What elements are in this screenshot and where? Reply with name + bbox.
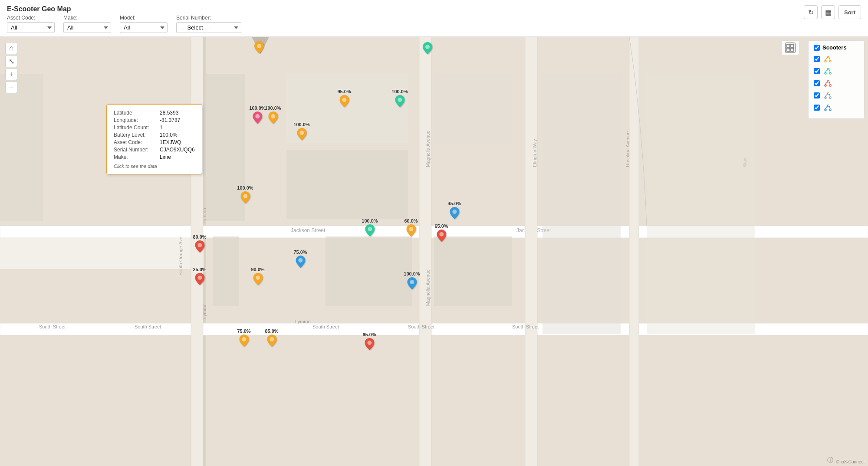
pin-p1[interactable] bbox=[254, 41, 264, 55]
svg-point-64 bbox=[298, 258, 302, 263]
svg-point-61 bbox=[409, 227, 413, 231]
tooltip-longitude-label: Longitude: bbox=[114, 117, 157, 123]
pin-p16[interactable]: 90.0% bbox=[251, 267, 264, 287]
make-label: Make: bbox=[63, 15, 111, 21]
pin-p6[interactable]: 100.0% bbox=[265, 105, 281, 125]
legend-checkbox-blue[interactable] bbox=[814, 105, 820, 111]
pin-label-p14: 75.0% bbox=[293, 249, 307, 255]
pin-marker-p8 bbox=[240, 191, 250, 205]
svg-point-59 bbox=[197, 243, 202, 247]
svg-point-49 bbox=[825, 109, 826, 111]
map-container[interactable]: Jackson Street Jackson Street South Oran… bbox=[0, 37, 868, 466]
pin-tooltip[interactable]: Latitude: 28.5393 Longitude: -81.3787 La… bbox=[106, 104, 202, 174]
legend-checkbox-orange[interactable] bbox=[814, 56, 820, 62]
tooltip-lat-count-label: Latitude Count: bbox=[114, 125, 157, 131]
zoom-out-button[interactable]: − bbox=[5, 81, 17, 93]
svg-point-57 bbox=[299, 131, 304, 135]
serial-number-filter: Serial Number: --- Select --- bbox=[176, 15, 241, 33]
svg-point-58 bbox=[243, 194, 247, 198]
sort-button[interactable]: Sort bbox=[838, 5, 861, 19]
svg-rect-31 bbox=[326, 236, 412, 306]
pin-marker-p9 bbox=[195, 240, 204, 254]
svg-rect-8 bbox=[419, 37, 431, 466]
pin-p11[interactable]: 60.0% bbox=[404, 218, 418, 238]
legend-item-blue bbox=[814, 103, 859, 112]
pin-label-p20: 65.0% bbox=[362, 332, 376, 337]
chart-button[interactable]: ▦ bbox=[821, 5, 835, 19]
svg-point-43 bbox=[825, 72, 826, 74]
svg-point-68 bbox=[242, 337, 246, 341]
pin-p3[interactable]: 95.0% bbox=[337, 89, 351, 109]
tooltip-click-text[interactable]: Click to see the data bbox=[114, 164, 195, 169]
pin-p13[interactable]: 65.0% bbox=[434, 223, 448, 243]
pin-marker-p14 bbox=[296, 256, 305, 269]
pin-p15[interactable]: 25.0% bbox=[193, 267, 206, 287]
tooltip-serial-row: Serial Number: CJAO9XUQQ6 bbox=[114, 147, 195, 153]
pin-p14[interactable]: 75.0% bbox=[293, 249, 307, 269]
tooltip-make-value: Lime bbox=[160, 154, 171, 160]
legend-checkbox-gray[interactable] bbox=[814, 92, 820, 98]
svg-point-50 bbox=[829, 109, 831, 111]
scooter-icon-gray bbox=[823, 91, 833, 100]
legend-checkbox-teal[interactable] bbox=[814, 68, 820, 74]
info-icon[interactable]: ⓘ bbox=[827, 456, 833, 464]
pin-p8[interactable]: 100.0% bbox=[237, 185, 253, 205]
legend-item-teal bbox=[814, 66, 859, 76]
svg-rect-32 bbox=[434, 74, 512, 143]
tooltip-battery-label: Battery Level: bbox=[114, 132, 157, 138]
tooltip-asset-code-row: Asset Code: 1EXJWQ bbox=[114, 139, 195, 145]
svg-text:Lymmo: Lymmo bbox=[202, 303, 207, 319]
pin-p9[interactable]: 80.0% bbox=[193, 234, 206, 254]
pin-label-p6: 100.0% bbox=[265, 105, 281, 111]
pin-p2[interactable] bbox=[423, 42, 432, 56]
svg-rect-39 bbox=[787, 48, 790, 51]
pin-p5[interactable]: 100.0% bbox=[249, 105, 265, 125]
zoom-in-icon: + bbox=[9, 70, 13, 78]
pin-marker-p15 bbox=[195, 273, 204, 287]
pin-p17[interactable]: 100.0% bbox=[404, 271, 420, 291]
pin-p12[interactable]: 45.0% bbox=[447, 201, 461, 221]
legend-header: Scooters bbox=[814, 44, 859, 51]
pin-p4[interactable]: 100.0% bbox=[391, 89, 408, 109]
pin-marker-p4 bbox=[395, 95, 404, 109]
pin-p19[interactable]: 85.0% bbox=[265, 328, 278, 348]
legend-all-checkbox[interactable] bbox=[814, 45, 820, 51]
legend-checkbox-red[interactable] bbox=[814, 80, 820, 86]
tooltip-battery-value: 100.0% bbox=[160, 132, 178, 138]
svg-point-60 bbox=[368, 227, 372, 231]
make-filter: Make: All bbox=[63, 15, 111, 33]
chart-icon: ▦ bbox=[825, 8, 832, 16]
svg-point-48 bbox=[829, 97, 831, 98]
tooltip-serial-label: Serial Number: bbox=[114, 147, 157, 153]
pin-marker-p13 bbox=[437, 230, 446, 243]
refresh-icon: ↻ bbox=[808, 8, 814, 16]
expand-icon: ⤡ bbox=[9, 57, 14, 66]
pin-label-p9: 80.0% bbox=[193, 234, 206, 240]
svg-point-56 bbox=[271, 114, 275, 118]
pin-p18[interactable]: 75.0% bbox=[237, 328, 250, 348]
svg-text:Elington Way: Elington Way bbox=[532, 139, 537, 167]
app-title: E-Scooter Geo Map bbox=[7, 5, 71, 13]
pin-p20[interactable]: 65.0% bbox=[362, 332, 376, 352]
asset-code-filter: Asset Code: All bbox=[7, 15, 55, 33]
model-select[interactable]: All bbox=[120, 22, 168, 33]
home-button[interactable]: ⌂ bbox=[5, 42, 17, 54]
pin-marker-p11 bbox=[406, 224, 416, 238]
asset-code-select[interactable]: All bbox=[7, 22, 55, 33]
make-select[interactable]: All bbox=[63, 22, 111, 33]
zoom-in-button[interactable]: + bbox=[5, 68, 17, 80]
serial-number-select[interactable]: --- Select --- bbox=[176, 22, 241, 33]
pin-label-p10: 100.0% bbox=[362, 218, 378, 223]
grid-view-button[interactable] bbox=[785, 43, 796, 53]
legend-item-gray bbox=[814, 91, 859, 100]
expand-button[interactable]: ⤡ bbox=[5, 55, 17, 67]
pin-marker-p19 bbox=[267, 335, 276, 348]
tooltip-asset-code-label: Asset Code: bbox=[114, 139, 157, 145]
svg-text:South Street: South Street bbox=[39, 324, 66, 329]
refresh-button[interactable]: ↻ bbox=[804, 5, 818, 19]
tooltip-serial-value: CJAO9XUQQ6 bbox=[160, 147, 195, 153]
pin-label-p8: 100.0% bbox=[237, 185, 253, 190]
pin-p7[interactable]: 100.0% bbox=[293, 122, 309, 142]
svg-text:South Street: South Street bbox=[512, 324, 539, 329]
pin-p10[interactable]: 100.0% bbox=[362, 218, 378, 238]
